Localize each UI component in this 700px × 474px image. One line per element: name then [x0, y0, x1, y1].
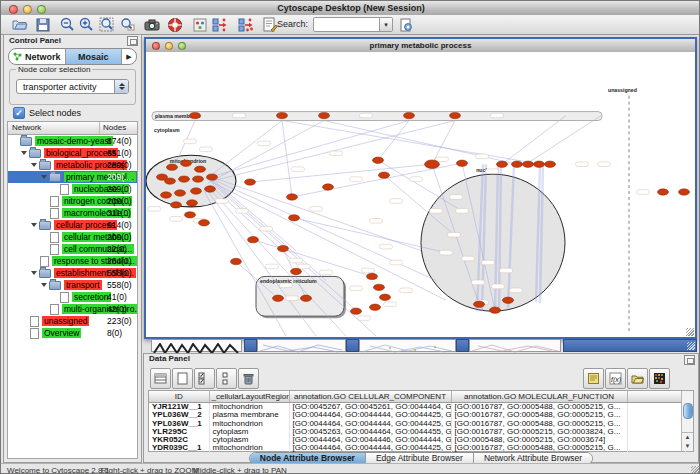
- graph-node[interactable]: [161, 192, 172, 198]
- zoom-in-icon[interactable]: [77, 16, 95, 33]
- graph-node[interactable]: [490, 307, 501, 313]
- tree-row-cellular-process[interactable]: cellular process614(0): [8, 219, 137, 231]
- tree-row-unassigned[interactable]: unassigned223(0): [8, 315, 137, 327]
- graph-node[interactable]: [171, 202, 182, 208]
- graph-node[interactable]: [450, 112, 461, 118]
- table-cell[interactable]: YPL036W__2: [149, 411, 209, 419]
- graph-node[interactable]: [193, 176, 204, 182]
- graph-node[interactable]: [245, 179, 256, 185]
- table-cell[interactable]: mitochondrion: [209, 420, 289, 428]
- background-window[interactable]: [469, 339, 561, 352]
- tab-network[interactable]: Network: [9, 49, 66, 64]
- scrollbar-thumb[interactable]: [683, 403, 693, 419]
- graph-node[interactable]: [185, 212, 196, 218]
- graph-node[interactable]: [367, 273, 378, 279]
- graph-node[interactable]: [534, 161, 545, 167]
- zoom-fit-icon[interactable]: [98, 16, 116, 33]
- graph-node[interactable]: [187, 200, 198, 206]
- tree-row-primary-metabol-[interactable]: primary metabol...209(...: [8, 171, 137, 183]
- zoom-selected-icon[interactable]: [119, 16, 137, 33]
- layout-icon-a[interactable]: [211, 16, 229, 33]
- graph-node[interactable]: [167, 164, 178, 170]
- graph-node[interactable]: [190, 112, 201, 118]
- float-panel-icon[interactable]: [127, 36, 138, 46]
- graph-node[interactable]: [503, 297, 514, 303]
- graph-node[interactable]: [207, 174, 218, 180]
- graph-node[interactable]: [287, 194, 298, 200]
- background-window-edge[interactable]: [456, 339, 469, 352]
- table-cell[interactable]: [GO:0044464, GO:0044446, GO:0044444, G..…: [289, 436, 451, 444]
- new-attribute-icon[interactable]: [172, 368, 193, 389]
- tree-row-mosaic-demo-yeast[interactable]: mosaic-demo-yeast874(0): [8, 135, 137, 147]
- unselect-attributes-icon[interactable]: [216, 368, 237, 389]
- graph-node[interactable]: [523, 161, 534, 167]
- attribute-batch-icon[interactable]: [397, 16, 415, 33]
- tree-row-cell-communicat-[interactable]: cell communicat...22(0): [8, 243, 137, 255]
- tree-row-response-to-stimulu-[interactable]: response to stimulu...264(0): [8, 255, 137, 267]
- select-nodes-checkbox[interactable]: ✓ Select nodes: [13, 107, 81, 119]
- attribute-table-icon[interactable]: [150, 368, 171, 389]
- table-cell[interactable]: plasma membrane: [209, 411, 289, 419]
- function-builder-icon[interactable]: f(x): [605, 368, 626, 389]
- network-window-titlebar[interactable]: primary metabolic process: [146, 39, 695, 53]
- help-icon[interactable]: [166, 16, 184, 33]
- tree-row-establishment-of-lo-[interactable]: establishment of lo...558(0): [8, 267, 137, 279]
- search-input[interactable]: ▾: [313, 17, 393, 32]
- graph-node[interactable]: [248, 237, 259, 243]
- vizmapper-icon[interactable]: [191, 16, 209, 33]
- table-cell[interactable]: [GO:0045267, GO:0045261, GO:0044464, G..…: [289, 403, 451, 412]
- disclosure-triangle-icon[interactable]: [31, 223, 37, 227]
- graph-node[interactable]: [658, 189, 669, 195]
- app-titlebar[interactable]: Cytoscape Desktop (New Session): [1, 1, 700, 16]
- graph-node[interactable]: [289, 215, 300, 221]
- tree-row-macromolecule-[interactable]: macromolecule...311(0): [8, 207, 137, 219]
- graph-node[interactable]: [679, 189, 690, 195]
- table-column-header[interactable]: _cellularLayoutRegion: [209, 391, 289, 403]
- graph-node[interactable]: [199, 220, 210, 226]
- graph-node[interactable]: [175, 190, 186, 196]
- tab-mosaic[interactable]: Mosaic: [66, 49, 123, 64]
- graph-node[interactable]: [545, 161, 556, 167]
- table-column-header[interactable]: annotation.GO CELLULAR_COMPONENT: [289, 391, 451, 403]
- graph-node[interactable]: [474, 301, 485, 307]
- graph-node[interactable]: [379, 172, 390, 178]
- more-tabs-button[interactable]: ▶: [122, 49, 136, 64]
- save-icon[interactable]: [34, 16, 52, 33]
- graph-node[interactable]: [191, 188, 202, 194]
- background-window[interactable]: [257, 339, 346, 352]
- window-resize-grip[interactable]: [686, 328, 694, 336]
- graph-node[interactable]: [301, 295, 312, 301]
- table-row[interactable]: YPL036W__1mitochondrion[GO:0044464, GO:0…: [149, 420, 685, 428]
- table-row[interactable]: YJR121W__1mitochondrion[GO:0045267, GO:0…: [149, 403, 685, 412]
- graph-node[interactable]: [370, 304, 381, 310]
- network-canvas[interactable]: plasma membranecytoplasmmitochondrionnuc…: [146, 52, 695, 337]
- disclosure-triangle-icon[interactable]: [41, 175, 47, 179]
- graph-node[interactable]: [404, 112, 415, 118]
- table-row[interactable]: YPL036W__2plasma membrane[GO:0044464, GO…: [149, 411, 685, 419]
- graph-node[interactable]: [319, 112, 330, 118]
- table-cell[interactable]: [GO:0016787, GO:0005215, GO:0003824, G..…: [451, 428, 627, 436]
- attribute-table[interactable]: ID_cellularLayoutRegionannotation.GO CEL…: [149, 391, 686, 453]
- tree-row-multi-organism-pro-[interactable]: multi-organism pro...42(0): [8, 303, 137, 315]
- table-cell[interactable]: YLR295C: [149, 428, 209, 436]
- plasma-membrane-region[interactable]: [152, 112, 602, 121]
- graph-node[interactable]: [351, 308, 362, 314]
- app-resize-grip[interactable]: [691, 466, 700, 474]
- select-attributes-icon[interactable]: [194, 368, 215, 389]
- tree-col-nodes[interactable]: Nodes: [100, 122, 137, 134]
- checkbox-checked-icon[interactable]: ✓: [13, 107, 25, 119]
- table-cell[interactable]: YJR121W__1: [149, 403, 209, 412]
- notes-icon[interactable]: [583, 368, 604, 389]
- table-cell[interactable]: [GO:0045263, GO:0044464, GO:0044455, G..…: [289, 428, 451, 436]
- tree-row-nucleobase-[interactable]: nucleobase-...209(0): [8, 183, 137, 195]
- graph-node[interactable]: [231, 258, 242, 264]
- disclosure-triangle-icon[interactable]: [31, 271, 37, 275]
- table-cell[interactable]: YPL036W__1: [149, 420, 209, 428]
- search-dropdown-arrow[interactable]: ▾: [379, 18, 392, 31]
- table-cell[interactable]: cytoplasm: [209, 436, 289, 444]
- graph-node[interactable]: [179, 176, 190, 182]
- combo-stepper-icon[interactable]: [114, 80, 128, 93]
- graph-node[interactable]: [425, 160, 440, 169]
- tree-row-overview[interactable]: Overview8(0): [8, 327, 137, 339]
- table-row[interactable]: YLR295Ccytoplasm[GO:0045263, GO:0044464,…: [149, 428, 685, 436]
